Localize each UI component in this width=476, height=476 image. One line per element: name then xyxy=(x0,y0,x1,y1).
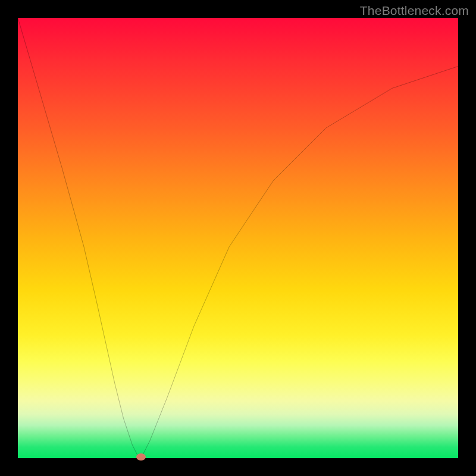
minimum-marker xyxy=(136,453,146,461)
chart-frame: TheBottleneck.com xyxy=(0,0,476,476)
watermark-text: TheBottleneck.com xyxy=(360,4,469,18)
plot-area xyxy=(18,18,458,458)
bottleneck-curve xyxy=(18,18,458,458)
